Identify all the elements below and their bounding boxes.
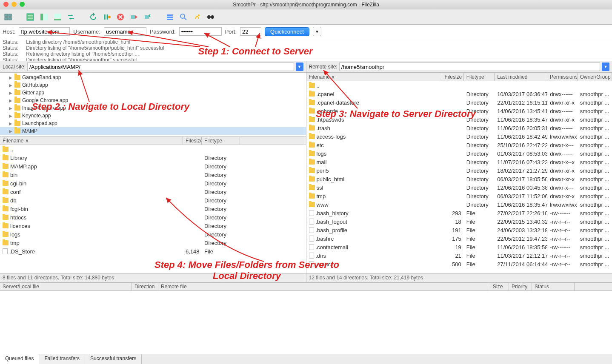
list-item[interactable]: .cphordeDirectory14/06/2016 13:45:41drwx… [306, 107, 612, 115]
remote-file-list[interactable]: ...cpanelDirectory10/03/2017 06:36:47drw… [306, 81, 612, 273]
tree-item[interactable]: ▶Keynote.app [0, 112, 306, 119]
tree-item[interactable]: ▶Image Capture.app [0, 104, 306, 112]
svg-rect-3 [9, 17, 11, 20]
compare-icon[interactable] [178, 11, 189, 23]
list-item[interactable]: .contactemail19File11/06/2016 18:35:58-r… [306, 243, 612, 251]
toggle-log-icon[interactable] [25, 11, 36, 23]
list-item[interactable]: binDirectory [0, 171, 306, 179]
cancel-icon[interactable] [115, 11, 126, 23]
list-item[interactable]: logsDirectory [0, 230, 306, 239]
tab[interactable]: Successful transfers [85, 354, 142, 364]
list-item[interactable]: .cpanelDirectory10/03/2017 06:36:47drwx-… [306, 90, 612, 98]
tab[interactable]: Queued files [0, 354, 39, 364]
list-item[interactable]: mailDirectory11/07/2016 07:43:23drwxr-x-… [306, 158, 612, 166]
local-tree[interactable]: ▶GarageBand.app▶GitHub.app▶Gitter.app▶Go… [0, 73, 306, 136]
list-item[interactable]: wwwDirectory11/06/2016 18:35:47lrwxrwxrw… [306, 200, 612, 209]
minimize-icon[interactable] [11, 2, 17, 7]
toggle-queue-icon[interactable] [52, 11, 63, 23]
password-input[interactable] [179, 27, 222, 36]
queue-col[interactable]: Size [490, 283, 509, 290]
svg-rect-18 [167, 19, 173, 20]
list-item[interactable]: .bashrc175File22/05/2012 19:47:23-rw-r--… [306, 234, 612, 243]
folder-icon [309, 125, 315, 131]
filter-icon[interactable] [164, 11, 175, 23]
queue-body[interactable] [0, 291, 612, 354]
sync-browsing-icon[interactable] [66, 11, 77, 23]
local-site-dropdown[interactable]: ▼ [296, 63, 303, 71]
tree-item[interactable]: ▶Google Chrome.app [0, 97, 306, 104]
folder-icon [3, 232, 9, 237]
queue-col[interactable]: Status [532, 283, 575, 290]
list-item[interactable]: .. [0, 145, 306, 154]
password-label: Password: [150, 28, 176, 35]
folder-icon [3, 223, 9, 228]
list-item[interactable]: .trashDirectory11/06/2016 20:05:31drwx--… [306, 124, 612, 132]
local-file-list[interactable]: ..LibraryDirectoryMAMP.appDirectorybinDi… [0, 145, 306, 273]
list-item[interactable]: .dns21File11/03/2017 12:12:17-rw-r--r--s… [306, 251, 612, 260]
remote-site-input[interactable] [339, 63, 600, 71]
list-item[interactable]: tmpDirectory06/03/2017 11:52:06drwxr-xr-… [306, 192, 612, 200]
list-item[interactable]: .htpasswdsDirectory11/06/2016 18:35:47dr… [306, 115, 612, 124]
queue-header[interactable]: Server/Local fileDirectionRemote fileSiz… [0, 282, 612, 291]
list-item[interactable]: public_htmlDirectory06/03/2017 18:05:50d… [306, 175, 612, 183]
site-manager-icon[interactable] [3, 11, 14, 23]
queue-col[interactable]: Direction [132, 283, 158, 290]
list-item[interactable]: MAMP.appDirectory [0, 162, 306, 171]
list-item[interactable]: .cpanel-datastoreDirectory22/01/2012 16:… [306, 98, 612, 107]
quickconnect-button[interactable]: Quickconnect [265, 27, 309, 36]
port-input[interactable] [240, 27, 261, 36]
list-item[interactable]: logsDirectory01/03/2017 08:53:03drwx----… [306, 149, 612, 158]
maximize-icon[interactable] [20, 2, 25, 7]
host-input[interactable] [19, 27, 70, 36]
list-item[interactable]: LibraryDirectory [0, 154, 306, 162]
quickconnect-dropdown[interactable]: ▼ [313, 27, 321, 36]
remote-site-dropdown[interactable]: ▼ [602, 63, 609, 71]
file-icon [3, 248, 8, 254]
list-item[interactable]: confDirectory [0, 188, 306, 196]
list-item[interactable]: .bash_logout18File22/09/2015 13:40:32-rw… [306, 217, 612, 226]
list-item[interactable]: htdocsDirectory [0, 213, 306, 222]
list-item[interactable]: perl5Directory18/02/2017 21:27:29drwxr-x… [306, 166, 612, 175]
list-item[interactable]: etcDirectory25/10/2016 22:47:22drwxr-x--… [306, 141, 612, 149]
list-item[interactable]: cgi-binDirectory [0, 179, 306, 188]
username-input[interactable] [104, 27, 146, 36]
tree-item[interactable]: ▶MAMP [0, 127, 306, 135]
close-icon[interactable] [3, 2, 9, 7]
local-list-header[interactable]: Filename ∧ Filesize Filetype [0, 136, 306, 145]
tree-item[interactable]: ▶GarageBand.app [0, 74, 306, 81]
list-item[interactable]: access-logsDirectory11/06/2016 18:42:49l… [306, 132, 612, 141]
list-item[interactable]: licencesDirectory [0, 222, 306, 230]
list-item[interactable]: .emacs500File27/11/2014 06:14:44-rw-r--r… [306, 260, 612, 268]
tree-item[interactable]: ▶Gitter.app [0, 89, 306, 97]
list-item[interactable]: .DS_Store6,148File [0, 247, 306, 256]
process-queue-icon[interactable] [101, 11, 112, 23]
queue-col[interactable]: Priority [509, 283, 532, 290]
list-item[interactable]: .bash_profile191File24/06/2003 13:32:19-… [306, 226, 612, 234]
tab[interactable]: Failed transfers [39, 354, 85, 364]
list-item[interactable]: fcgi-binDirectory [0, 205, 306, 213]
refresh-icon[interactable] [88, 11, 99, 23]
toggle-tree-icon[interactable] [38, 11, 49, 23]
list-item[interactable]: sslDirectory12/06/2016 00:45:38drwxr-x--… [306, 183, 612, 192]
reconnect-icon[interactable] [142, 11, 153, 23]
tree-item[interactable]: ▶GitHub.app [0, 81, 306, 89]
search-icon[interactable] [205, 11, 216, 23]
local-site-input[interactable] [27, 63, 294, 71]
folder-icon [309, 202, 315, 207]
remote-list-header[interactable]: Filename ∧ Filesize Filetype Last modifi… [306, 73, 612, 81]
queue-col[interactable]: Remote file [158, 283, 490, 290]
list-item[interactable]: .bash_history293File27/02/2017 22:26:10-… [306, 209, 612, 217]
tree-item[interactable]: ▶Launchpad.app [0, 119, 306, 127]
list-item[interactable]: .. [306, 81, 612, 90]
auto-icon[interactable] [192, 11, 203, 23]
folder-icon [309, 193, 315, 199]
svg-point-12 [108, 16, 111, 18]
remote-status: 12 files and 14 directories. Total size:… [306, 273, 612, 282]
folder-icon [3, 215, 9, 220]
disconnect-icon[interactable] [129, 11, 140, 23]
list-item[interactable]: dbDirectory [0, 196, 306, 205]
folder-icon [309, 100, 315, 105]
queue-col[interactable]: Server/Local file [0, 283, 132, 290]
log-pane[interactable]: Status: Listing directory /home5/smoothp… [0, 38, 612, 61]
list-item[interactable]: tmpDirectory [0, 239, 306, 247]
